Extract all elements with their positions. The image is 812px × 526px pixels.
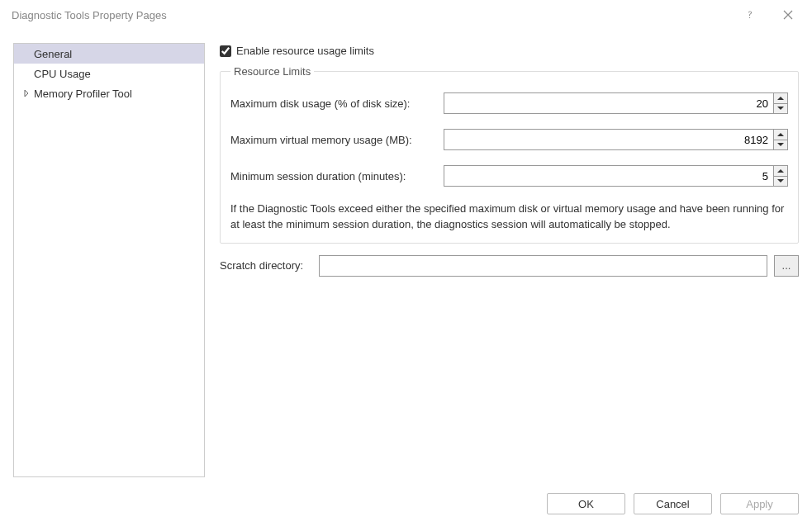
- cancel-button[interactable]: Cancel: [634, 493, 712, 514]
- min-session-input[interactable]: [444, 165, 773, 187]
- ellipsis-icon: ...: [782, 259, 791, 272]
- apply-button[interactable]: Apply: [720, 493, 799, 514]
- dialog-footer: OK Cancel Apply: [547, 493, 799, 514]
- enable-limits-checkbox[interactable]: [220, 45, 231, 57]
- browse-button[interactable]: ...: [774, 255, 799, 277]
- sidebar-item-cpu-usage[interactable]: CPU Usage: [14, 64, 204, 83]
- max-vmem-row: Maximum virtual memory usage (MB):: [230, 129, 788, 150]
- max-disk-spin-up[interactable]: [774, 93, 787, 104]
- resource-limits-legend: Resource Limits: [230, 65, 314, 78]
- chevron-up-icon: [777, 132, 784, 137]
- max-vmem-spin-down[interactable]: [774, 140, 787, 150]
- chevron-up-icon: [777, 168, 784, 173]
- max-vmem-spin-buttons: [773, 129, 788, 150]
- content-area: General CPU Usage Memory Profiler Tool E…: [0, 30, 812, 477]
- chevron-down-icon: [777, 178, 784, 183]
- max-vmem-label: Maximum virtual memory usage (MB):: [230, 134, 444, 146]
- chevron-up-icon: [777, 96, 784, 101]
- main-panel: Enable resource usage limits Resource Li…: [220, 43, 799, 477]
- max-disk-spinner: [444, 92, 788, 114]
- sidebar-item-general[interactable]: General: [14, 44, 204, 64]
- min-session-row: Minimum session duration (minutes):: [230, 165, 788, 187]
- resource-limits-info: If the Diagnostic Tools exceed either th…: [230, 201, 788, 233]
- help-button[interactable]: [731, 2, 769, 27]
- window-title: Diagnostic Tools Property Pages: [12, 9, 731, 21]
- resource-limits-group: Resource Limits Maximum disk usage (% of…: [220, 65, 799, 244]
- close-icon: [783, 10, 793, 20]
- help-icon: [745, 10, 755, 20]
- sidebar-item-label: CPU Usage: [34, 68, 91, 80]
- sidebar-item-label: Memory Profiler Tool: [34, 88, 132, 100]
- scratch-dir-row: Scratch directory: ...: [220, 255, 799, 277]
- min-session-spin-buttons: [773, 165, 788, 187]
- min-session-spin-up[interactable]: [774, 166, 787, 177]
- scratch-dir-input[interactable]: [319, 255, 767, 277]
- max-vmem-spinner: [444, 129, 788, 150]
- sidebar-item-label: General: [34, 48, 72, 60]
- ok-button[interactable]: OK: [547, 493, 625, 514]
- category-sidebar: General CPU Usage Memory Profiler Tool: [13, 43, 205, 477]
- max-disk-input[interactable]: [444, 92, 773, 114]
- max-disk-spin-buttons: [773, 92, 788, 114]
- close-button[interactable]: [769, 2, 807, 27]
- min-session-spin-down[interactable]: [774, 177, 787, 187]
- expand-icon[interactable]: [21, 90, 32, 97]
- min-session-spinner: [444, 165, 788, 187]
- scratch-dir-label: Scratch directory:: [220, 259, 312, 272]
- max-vmem-input[interactable]: [444, 129, 773, 150]
- max-disk-spin-down[interactable]: [774, 104, 787, 114]
- max-vmem-spin-up[interactable]: [774, 130, 787, 140]
- chevron-down-icon: [777, 142, 784, 147]
- max-disk-label: Maximum disk usage (% of disk size):: [230, 97, 444, 110]
- chevron-down-icon: [777, 106, 784, 111]
- titlebar: Diagnostic Tools Property Pages: [0, 0, 812, 30]
- enable-limits-row: Enable resource usage limits: [220, 45, 799, 57]
- max-disk-row: Maximum disk usage (% of disk size):: [230, 92, 788, 114]
- enable-limits-label: Enable resource usage limits: [236, 45, 374, 57]
- min-session-label: Minimum session duration (minutes):: [230, 170, 444, 182]
- sidebar-item-memory-profiler[interactable]: Memory Profiler Tool: [14, 83, 204, 103]
